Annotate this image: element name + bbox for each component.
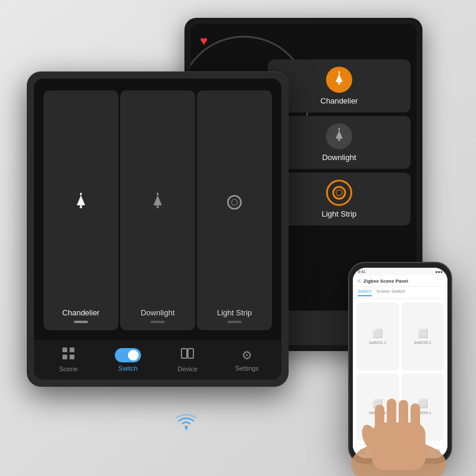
nav-settings[interactable]: ⚙ Settings xyxy=(229,348,265,372)
back-btn-downlight[interactable]: Downlight xyxy=(268,116,411,169)
svg-rect-26 xyxy=(387,399,396,428)
chandelier-indicator xyxy=(74,321,88,323)
phone-tabs: Switch Scene Switch xyxy=(353,287,447,299)
bottom-nav: Scene Switch Device ⚙ Settings xyxy=(34,340,281,380)
svg-point-7 xyxy=(336,190,342,196)
light-strip-dev-label: Light Strip xyxy=(217,308,252,317)
chandelier-dev-label: Chandelier xyxy=(62,308,100,317)
light-strip-icon-circle xyxy=(326,180,352,206)
light-strip-icon xyxy=(331,184,347,201)
svg-rect-19 xyxy=(70,355,74,359)
front-panel-inner: Chandelier Downlight xyxy=(34,79,281,380)
device-grid: Chandelier Downlight xyxy=(34,79,281,340)
nav-device[interactable]: Device xyxy=(170,347,205,372)
svg-point-22 xyxy=(185,426,188,429)
svg-marker-0 xyxy=(336,74,343,82)
downlight-dev-icon xyxy=(148,101,168,303)
chandelier-icon-circle xyxy=(326,67,352,93)
switch2-icon: ⬜ xyxy=(418,328,428,338)
phone-switch-item-2[interactable]: ⬜ switch2.c xyxy=(402,302,444,371)
svg-rect-17 xyxy=(70,347,74,352)
phone-signal: ●●● xyxy=(435,270,443,274)
svg-marker-3 xyxy=(336,130,343,139)
nav-switch[interactable]: Switch xyxy=(110,348,146,372)
phone-tab-scene-switch[interactable]: Scene Switch xyxy=(377,289,405,296)
switch1-label: switch1.c xyxy=(369,340,386,345)
svg-rect-18 xyxy=(62,355,67,359)
device-btn-light-strip[interactable]: Light Strip xyxy=(197,90,272,330)
svg-point-15 xyxy=(231,199,237,205)
switch-label: Switch xyxy=(118,365,137,372)
hand-illustration xyxy=(339,387,458,476)
light-strip-label: Light Strip xyxy=(322,209,357,218)
phone: 9:41 ●●● < Zigbee Scene Panel Switch Sce… xyxy=(348,262,452,464)
phone-switch-item-1[interactable]: ⬜ switch1.c xyxy=(356,302,399,371)
svg-rect-12 xyxy=(156,205,159,208)
svg-rect-1 xyxy=(338,82,340,84)
downlight-label: Downlight xyxy=(322,153,356,162)
svg-rect-21 xyxy=(188,349,193,358)
downlight-indicator xyxy=(151,321,165,323)
chandelier-icon xyxy=(330,70,349,89)
svg-rect-27 xyxy=(399,400,408,428)
settings-nav-icon: ⚙ xyxy=(242,348,252,362)
chandelier-label: Chandelier xyxy=(321,96,358,105)
back-btn-light-strip[interactable]: Light Strip xyxy=(268,173,411,226)
svg-rect-4 xyxy=(338,139,340,141)
switch-toggle[interactable] xyxy=(115,348,141,362)
scene-icon xyxy=(62,347,75,363)
nav-scene[interactable]: Scene xyxy=(51,347,86,372)
phone-status-bar: 9:41 ●●● xyxy=(353,268,447,275)
device-btn-chandelier[interactable]: Chandelier xyxy=(43,90,118,330)
phone-back-arrow[interactable]: < xyxy=(358,278,361,284)
device-nav-label: Device xyxy=(177,365,198,372)
svg-point-6 xyxy=(333,187,345,199)
svg-rect-9 xyxy=(80,205,82,208)
downlight-icon xyxy=(330,127,349,146)
downlight-icon-circle xyxy=(326,123,352,149)
svg-rect-28 xyxy=(411,403,420,428)
switch2-label: switch2.c xyxy=(414,340,431,345)
chandelier-dev-icon xyxy=(71,101,91,303)
svg-marker-8 xyxy=(77,195,85,205)
light-strip-dev-icon xyxy=(225,101,244,303)
settings-nav-label: Settings xyxy=(235,365,259,372)
phone-time: 9:41 xyxy=(358,270,366,274)
phone-title: Zigbee Scene Panel xyxy=(364,278,408,284)
switch1-icon: ⬜ xyxy=(372,328,383,338)
svg-rect-20 xyxy=(181,349,187,358)
scene-label: Scene xyxy=(59,365,77,372)
device-btn-downlight[interactable]: Downlight xyxy=(120,90,195,330)
svg-rect-16 xyxy=(62,347,67,352)
phone-header: < Zigbee Scene Panel xyxy=(353,275,447,287)
back-btn-chandelier[interactable]: Chandelier xyxy=(268,60,411,112)
front-panel: Chandelier Downlight xyxy=(27,71,289,387)
svg-rect-25 xyxy=(375,405,384,431)
wifi-icon xyxy=(176,414,197,434)
svg-point-14 xyxy=(228,196,241,209)
downlight-dev-label: Downlight xyxy=(140,308,174,317)
light-strip-indicator xyxy=(227,321,242,323)
device-nav-icon xyxy=(181,347,194,363)
svg-marker-11 xyxy=(154,195,162,205)
phone-tab-switch[interactable]: Switch xyxy=(358,289,372,296)
